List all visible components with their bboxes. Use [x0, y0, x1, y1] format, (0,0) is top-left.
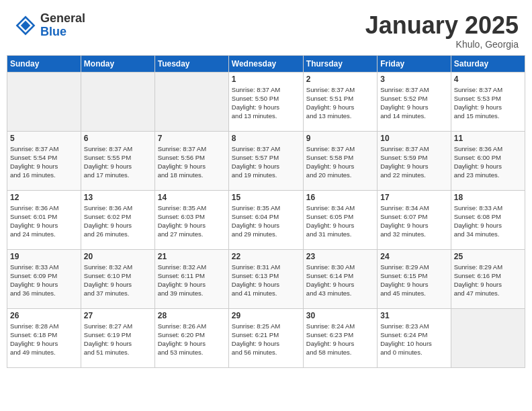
day-number: 21 — [158, 252, 226, 261]
calendar-cell: 27Sunrise: 8:27 AM Sunset: 6:19 PM Dayli… — [81, 308, 154, 367]
calendar-cell: 29Sunrise: 8:25 AM Sunset: 6:21 PM Dayli… — [228, 308, 303, 367]
day-info: Sunrise: 8:37 AM Sunset: 5:54 PM Dayligh… — [10, 144, 78, 180]
day-info: Sunrise: 8:35 AM Sunset: 6:04 PM Dayligh… — [232, 203, 300, 239]
calendar-cell: 1Sunrise: 8:37 AM Sunset: 5:50 PM Daylig… — [228, 72, 303, 131]
day-number: 13 — [84, 193, 152, 202]
day-info: Sunrise: 8:37 AM Sunset: 5:52 PM Dayligh… — [380, 85, 447, 121]
calendar-cell: 16Sunrise: 8:34 AM Sunset: 6:05 PM Dayli… — [303, 190, 377, 249]
month-title: January 2025 — [365, 12, 519, 39]
calendar-table: SundayMondayTuesdayWednesdayThursdayFrid… — [7, 55, 525, 368]
calendar-cell: 10Sunrise: 8:37 AM Sunset: 5:59 PM Dayli… — [378, 131, 451, 190]
day-number: 15 — [232, 193, 300, 202]
day-number: 3 — [380, 75, 447, 84]
day-info: Sunrise: 8:32 AM Sunset: 6:11 PM Dayligh… — [158, 263, 226, 298]
day-number: 5 — [10, 134, 78, 143]
calendar-cell: 2Sunrise: 8:37 AM Sunset: 5:51 PM Daylig… — [303, 72, 377, 131]
calendar-cell: 30Sunrise: 8:24 AM Sunset: 6:23 PM Dayli… — [303, 308, 377, 367]
day-info: Sunrise: 8:33 AM Sunset: 6:08 PM Dayligh… — [454, 203, 522, 239]
day-info: Sunrise: 8:23 AM Sunset: 6:24 PM Dayligh… — [380, 322, 447, 357]
day-info: Sunrise: 8:36 AM Sunset: 6:01 PM Dayligh… — [10, 203, 78, 239]
day-info: Sunrise: 8:37 AM Sunset: 5:56 PM Dayligh… — [158, 144, 226, 180]
logo-icon — [13, 13, 38, 38]
calendar-cell: 17Sunrise: 8:34 AM Sunset: 6:07 PM Dayli… — [378, 190, 451, 249]
day-number: 22 — [232, 252, 300, 261]
day-number: 19 — [10, 252, 78, 261]
day-number: 20 — [84, 252, 152, 261]
day-number: 17 — [380, 193, 447, 202]
day-number: 16 — [306, 193, 374, 202]
calendar-cell — [81, 72, 154, 131]
calendar-cell: 20Sunrise: 8:32 AM Sunset: 6:10 PM Dayli… — [81, 249, 154, 308]
page-header: General Blue January 2025 Khulo, Georgia — [7, 7, 525, 52]
calendar-cell: 3Sunrise: 8:37 AM Sunset: 5:52 PM Daylig… — [378, 72, 451, 131]
calendar-cell: 28Sunrise: 8:26 AM Sunset: 6:20 PM Dayli… — [154, 308, 228, 367]
weekday-header-row: SundayMondayTuesdayWednesdayThursdayFrid… — [7, 55, 525, 72]
logo-blue: Blue — [40, 26, 85, 39]
day-info: Sunrise: 8:27 AM Sunset: 6:19 PM Dayligh… — [84, 322, 152, 357]
calendar-cell: 25Sunrise: 8:29 AM Sunset: 6:16 PM Dayli… — [451, 249, 525, 308]
day-info: Sunrise: 8:37 AM Sunset: 5:55 PM Dayligh… — [84, 144, 152, 180]
weekday-header-friday: Friday — [378, 55, 451, 72]
logo: General Blue — [13, 12, 85, 39]
calendar-cell: 12Sunrise: 8:36 AM Sunset: 6:01 PM Dayli… — [7, 190, 81, 249]
location-subtitle: Khulo, Georgia — [365, 39, 519, 50]
day-info: Sunrise: 8:28 AM Sunset: 6:18 PM Dayligh… — [10, 322, 78, 357]
calendar-cell: 24Sunrise: 8:29 AM Sunset: 6:15 PM Dayli… — [378, 249, 451, 308]
title-block: January 2025 Khulo, Georgia — [365, 12, 519, 50]
calendar-cell: 8Sunrise: 8:37 AM Sunset: 5:57 PM Daylig… — [228, 131, 303, 190]
day-number: 9 — [306, 134, 374, 143]
calendar-cell — [154, 72, 228, 131]
day-number: 2 — [306, 75, 374, 84]
day-number: 23 — [306, 252, 374, 261]
day-info: Sunrise: 8:24 AM Sunset: 6:23 PM Dayligh… — [306, 322, 374, 357]
day-number: 18 — [454, 193, 522, 202]
weekday-header-thursday: Thursday — [303, 55, 377, 72]
calendar-cell: 11Sunrise: 8:36 AM Sunset: 6:00 PM Dayli… — [451, 131, 525, 190]
day-number: 7 — [158, 134, 226, 143]
calendar-cell — [451, 308, 525, 367]
day-info: Sunrise: 8:26 AM Sunset: 6:20 PM Dayligh… — [158, 322, 226, 357]
day-number: 29 — [232, 311, 300, 320]
day-info: Sunrise: 8:31 AM Sunset: 6:13 PM Dayligh… — [232, 263, 300, 298]
day-info: Sunrise: 8:34 AM Sunset: 6:05 PM Dayligh… — [306, 203, 374, 239]
day-number: 28 — [158, 311, 226, 320]
day-info: Sunrise: 8:25 AM Sunset: 6:21 PM Dayligh… — [232, 322, 300, 357]
weekday-header-sunday: Sunday — [7, 55, 81, 72]
calendar-cell: 6Sunrise: 8:37 AM Sunset: 5:55 PM Daylig… — [81, 131, 154, 190]
day-info: Sunrise: 8:36 AM Sunset: 6:00 PM Dayligh… — [454, 144, 522, 180]
week-row-4: 19Sunrise: 8:33 AM Sunset: 6:09 PM Dayli… — [7, 249, 525, 308]
calendar-cell: 18Sunrise: 8:33 AM Sunset: 6:08 PM Dayli… — [451, 190, 525, 249]
calendar-cell: 9Sunrise: 8:37 AM Sunset: 5:58 PM Daylig… — [303, 131, 377, 190]
day-number: 31 — [380, 311, 447, 320]
day-number: 24 — [380, 252, 447, 261]
day-info: Sunrise: 8:29 AM Sunset: 6:16 PM Dayligh… — [454, 263, 522, 298]
week-row-1: 1Sunrise: 8:37 AM Sunset: 5:50 PM Daylig… — [7, 72, 525, 131]
day-number: 4 — [454, 75, 522, 84]
calendar-cell: 4Sunrise: 8:37 AM Sunset: 5:53 PM Daylig… — [451, 72, 525, 131]
calendar-cell: 23Sunrise: 8:30 AM Sunset: 6:14 PM Dayli… — [303, 249, 377, 308]
calendar-cell: 19Sunrise: 8:33 AM Sunset: 6:09 PM Dayli… — [7, 249, 81, 308]
calendar-cell: 5Sunrise: 8:37 AM Sunset: 5:54 PM Daylig… — [7, 131, 81, 190]
calendar-cell: 31Sunrise: 8:23 AM Sunset: 6:24 PM Dayli… — [378, 308, 451, 367]
day-info: Sunrise: 8:37 AM Sunset: 5:50 PM Dayligh… — [232, 85, 300, 121]
day-info: Sunrise: 8:33 AM Sunset: 6:09 PM Dayligh… — [10, 263, 78, 298]
day-number: 11 — [454, 134, 522, 143]
calendar-cell: 21Sunrise: 8:32 AM Sunset: 6:11 PM Dayli… — [154, 249, 228, 308]
day-number: 8 — [232, 134, 300, 143]
day-number: 6 — [84, 134, 152, 143]
day-number: 26 — [10, 311, 78, 320]
calendar-cell — [7, 72, 81, 131]
day-info: Sunrise: 8:37 AM Sunset: 5:51 PM Dayligh… — [306, 85, 374, 121]
weekday-header-tuesday: Tuesday — [154, 55, 228, 72]
weekday-header-saturday: Saturday — [451, 55, 525, 72]
day-info: Sunrise: 8:30 AM Sunset: 6:14 PM Dayligh… — [306, 263, 374, 298]
calendar-cell: 7Sunrise: 8:37 AM Sunset: 5:56 PM Daylig… — [154, 131, 228, 190]
day-info: Sunrise: 8:29 AM Sunset: 6:15 PM Dayligh… — [380, 263, 447, 298]
day-info: Sunrise: 8:37 AM Sunset: 5:59 PM Dayligh… — [380, 144, 447, 180]
calendar-cell: 26Sunrise: 8:28 AM Sunset: 6:18 PM Dayli… — [7, 308, 81, 367]
calendar-cell: 14Sunrise: 8:35 AM Sunset: 6:03 PM Dayli… — [154, 190, 228, 249]
day-number: 14 — [158, 193, 226, 202]
week-row-3: 12Sunrise: 8:36 AM Sunset: 6:01 PM Dayli… — [7, 190, 525, 249]
day-info: Sunrise: 8:36 AM Sunset: 6:02 PM Dayligh… — [84, 203, 152, 239]
day-number: 30 — [306, 311, 374, 320]
